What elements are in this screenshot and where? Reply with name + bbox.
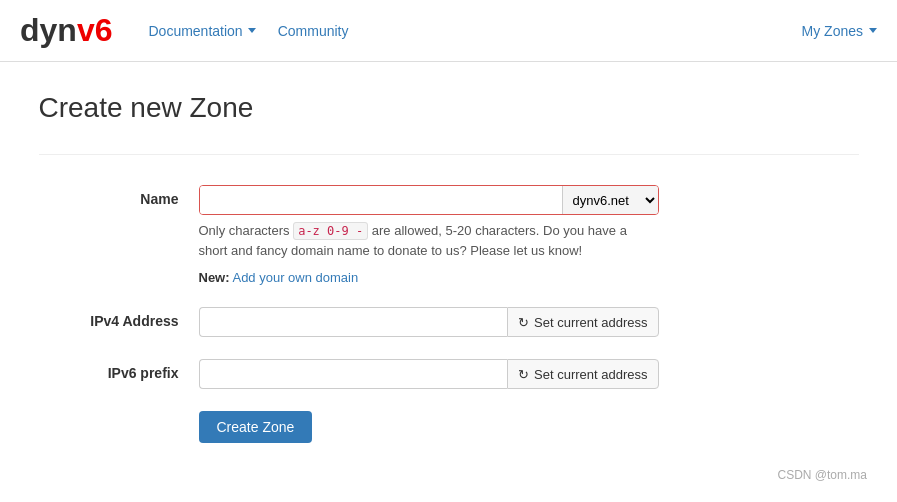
my-zones-caret-icon xyxy=(869,28,877,33)
community-label: Community xyxy=(278,23,349,39)
name-label: Name xyxy=(39,185,199,207)
logo-dyn: dyn xyxy=(20,12,77,49)
ipv4-refresh-icon: ↻ xyxy=(518,315,529,330)
name-input-group: dynv6.net dynv6.com xyxy=(199,185,659,215)
help-text-prefix: Only characters xyxy=(199,223,294,238)
main-content: Create new Zone Name dynv6.net dynv6.com… xyxy=(19,62,879,473)
name-control-wrap: dynv6.net dynv6.com Only characters a-z … xyxy=(199,185,859,285)
ipv6-button-label: Set current address xyxy=(534,367,647,382)
ipv4-control-wrap: ↻ Set current address xyxy=(199,307,859,337)
domain-select[interactable]: dynv6.net dynv6.com xyxy=(562,186,658,214)
nav-links: Documentation Community xyxy=(142,19,801,43)
documentation-caret-icon xyxy=(248,28,256,33)
documentation-label: Documentation xyxy=(148,23,242,39)
name-input[interactable] xyxy=(200,186,562,214)
ipv6-refresh-icon: ↻ xyxy=(518,367,529,382)
title-divider xyxy=(39,154,859,155)
navbar: dynv6 Documentation Community My Zones xyxy=(0,0,897,62)
create-zone-button[interactable]: Create Zone xyxy=(199,411,313,443)
name-form-group: Name dynv6.net dynv6.com Only characters… xyxy=(39,185,859,285)
page-title: Create new Zone xyxy=(39,92,859,124)
add-own-domain-link[interactable]: Add your own domain xyxy=(232,270,358,285)
ipv4-form-group: IPv4 Address ↻ Set current address xyxy=(39,307,859,337)
ipv4-input[interactable] xyxy=(199,307,508,337)
name-help-text: Only characters a-z 0-9 - are allowed, 5… xyxy=(199,221,639,260)
my-zones-label: My Zones xyxy=(802,23,863,39)
ipv4-label: IPv4 Address xyxy=(39,307,199,329)
ipv6-input-group: ↻ Set current address xyxy=(199,359,659,389)
nav-community[interactable]: Community xyxy=(272,19,355,43)
nav-right: My Zones xyxy=(802,23,877,39)
ipv4-set-current-button[interactable]: ↻ Set current address xyxy=(507,307,658,337)
ipv6-input[interactable] xyxy=(199,359,508,389)
nav-documentation[interactable]: Documentation xyxy=(142,19,261,43)
help-code: a-z 0-9 - xyxy=(293,222,368,240)
ipv6-set-current-button[interactable]: ↻ Set current address xyxy=(507,359,658,389)
footer-watermark: CSDN @tom.ma xyxy=(757,458,887,473)
ipv6-form-group: IPv6 prefix ↻ Set current address xyxy=(39,359,859,389)
ipv6-control-wrap: ↻ Set current address xyxy=(199,359,859,389)
ipv4-input-group: ↻ Set current address xyxy=(199,307,659,337)
logo[interactable]: dynv6 xyxy=(20,12,112,49)
new-label: New: xyxy=(199,270,230,285)
my-zones-button[interactable]: My Zones xyxy=(802,23,877,39)
ipv6-label: IPv6 prefix xyxy=(39,359,199,381)
logo-v6: v6 xyxy=(77,12,113,49)
ipv4-button-label: Set current address xyxy=(534,315,647,330)
new-domain-text: New: Add your own domain xyxy=(199,270,859,285)
